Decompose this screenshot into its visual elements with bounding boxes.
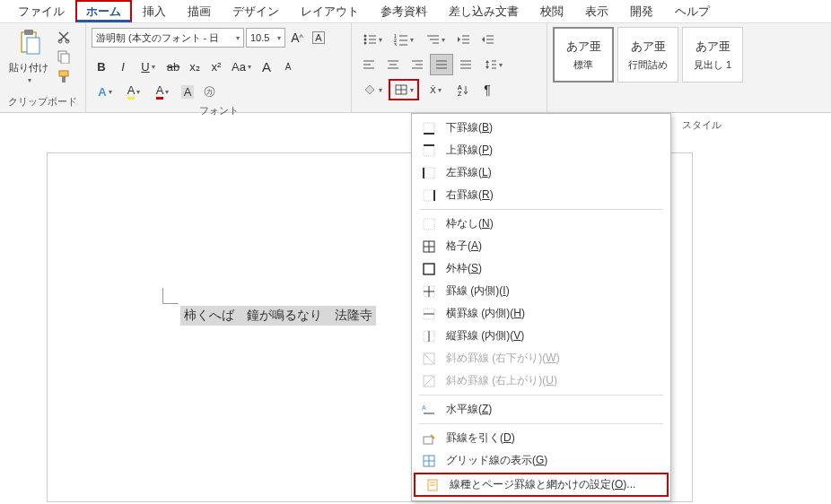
increase-indent-button[interactable] <box>476 29 499 50</box>
ruby-button[interactable]: A <box>309 27 328 48</box>
font-name-select[interactable]: 游明朝 (本文のフォント - 日▾ <box>92 28 244 48</box>
italic-button[interactable]: I <box>113 56 133 77</box>
subscript-button[interactable]: x₂ <box>185 56 205 77</box>
bullets-button[interactable]: ▾ <box>357 29 388 50</box>
svg-point-13 <box>364 42 367 45</box>
svg-text:A: A <box>458 84 462 91</box>
enclose-char-button[interactable]: ㋕ <box>199 81 219 102</box>
border-grid-icon <box>421 239 437 255</box>
border-gridlines-item[interactable]: グリッド線の表示(G) <box>412 449 670 472</box>
svg-rect-1 <box>24 30 33 35</box>
highlight-button[interactable]: A▾ <box>120 81 147 102</box>
style-normal[interactable]: あア亜 標準 <box>553 27 614 83</box>
asian-layout-button[interactable]: X̂▾ <box>420 79 450 100</box>
align-left-button[interactable] <box>357 54 381 75</box>
borders-dropdown: 下罫線(B) 上罫線(P) 左罫線(L) 右罫線(R) 枠なし(N) 格子(A)… <box>411 113 671 501</box>
style-heading1[interactable]: あア亜 見出し 1 <box>682 27 743 83</box>
increase-font-button[interactable]: A^ <box>287 27 307 48</box>
border-bottom-item[interactable]: 下罫線(B) <box>412 117 670 139</box>
border-inside-item[interactable]: 罫線 (内側)(I) <box>412 280 670 302</box>
document-text-selected[interactable]: 柿くへば 鐘が鳴るなり 法隆寺 <box>180 306 376 326</box>
group-paragraph: ▾ 123▾ ▾ ▾ ▾ ▾ X̂▾ AZ ¶ <box>352 23 547 112</box>
draw-border-icon <box>421 430 437 447</box>
tab-draw[interactable]: 描画 <box>177 0 222 22</box>
tab-insert[interactable]: 挿入 <box>132 0 177 22</box>
border-diag-down-item: 斜め罫線 (右下がり)(W) <box>412 347 670 369</box>
style-sample: あア亜 <box>566 39 601 55</box>
align-center-button[interactable] <box>381 54 405 75</box>
tab-references[interactable]: 参考資料 <box>370 0 438 22</box>
distribute-button[interactable] <box>454 54 477 75</box>
tab-design[interactable]: デザイン <box>222 0 290 22</box>
border-hline-item[interactable]: A水平線(Z) <box>412 398 670 421</box>
style-nospace[interactable]: あア亜 行間詰め <box>617 27 678 83</box>
align-right-button[interactable] <box>406 54 429 75</box>
border-inside-v-item[interactable]: 縦罫線 (内側)(V) <box>412 325 670 347</box>
cut-button[interactable] <box>56 29 72 45</box>
font-size-select[interactable]: 10.5▾ <box>246 28 285 48</box>
tab-home[interactable]: ホーム <box>75 0 132 22</box>
border-diag-up-item: 斜め罫線 (右上がり)(U) <box>412 369 670 392</box>
tab-help[interactable]: ヘルプ <box>664 0 721 22</box>
tab-developer[interactable]: 開発 <box>619 0 664 22</box>
svg-line-77 <box>424 376 434 387</box>
text-effects-button[interactable]: A▾ <box>92 81 118 102</box>
border-inside-h-item[interactable]: 横罫線 (内側)(H) <box>412 302 670 325</box>
border-none-item[interactable]: 枠なし(N) <box>412 213 670 235</box>
border-top-icon <box>421 143 437 159</box>
change-case-button[interactable]: Aa▾ <box>228 56 255 77</box>
shrink-font-button[interactable]: A <box>278 56 298 77</box>
svg-rect-7 <box>59 71 68 76</box>
superscript-button[interactable]: x² <box>206 56 226 77</box>
strike-button[interactable]: ab <box>163 56 183 77</box>
svg-rect-56 <box>424 145 434 156</box>
border-settings-item[interactable]: 線種とページ罫線と網かけの設定(O)... <box>414 473 669 497</box>
font-group-label: フォント <box>92 102 346 119</box>
char-shading-button[interactable]: A <box>178 81 197 102</box>
tab-view[interactable]: 表示 <box>574 0 619 22</box>
font-color-button[interactable]: A▾ <box>149 81 176 102</box>
border-top-item[interactable]: 上罫線(P) <box>412 139 670 161</box>
svg-rect-60 <box>424 190 434 201</box>
svg-rect-62 <box>424 219 434 230</box>
format-painter-button[interactable] <box>56 68 72 84</box>
tab-layout[interactable]: レイアウト <box>290 0 370 22</box>
tab-review[interactable]: 校閲 <box>529 0 574 22</box>
chevron-down-icon: ▾ <box>28 76 31 84</box>
border-outside-item[interactable]: 外枠(S) <box>412 257 670 280</box>
decrease-indent-button[interactable] <box>451 29 475 50</box>
hline-icon: A <box>421 402 437 418</box>
style-sample: あア亜 <box>695 39 730 55</box>
borders-button[interactable]: ▾ <box>389 79 419 100</box>
border-grid-item[interactable]: 格子(A) <box>412 235 670 257</box>
copy-button[interactable] <box>56 48 72 65</box>
show-marks-button[interactable]: ¶ <box>476 79 499 100</box>
svg-point-11 <box>364 39 367 41</box>
multilevel-button[interactable]: ▾ <box>420 29 450 50</box>
shading-button[interactable]: ▾ <box>357 79 388 100</box>
clipboard-group-label: クリップボード <box>5 93 80 110</box>
justify-button[interactable] <box>430 54 453 75</box>
border-right-item[interactable]: 右罫線(R) <box>412 184 670 206</box>
separator <box>419 209 663 210</box>
line-spacing-button[interactable]: ▾ <box>478 54 509 75</box>
numbering-button[interactable]: 123▾ <box>389 29 419 50</box>
border-left-icon <box>421 165 437 181</box>
border-inside-icon <box>421 283 437 300</box>
svg-rect-2 <box>27 38 39 54</box>
tab-file[interactable]: ファイル <box>7 0 75 22</box>
ribbon: 貼り付け ▾ クリップボード 游明朝 (本文のフォント - 日▾ 10.5▾ A… <box>0 23 831 113</box>
paste-button[interactable]: 貼り付け ▾ <box>5 27 52 84</box>
sort-button[interactable]: AZ <box>451 79 475 100</box>
border-diag-down-icon <box>421 351 437 367</box>
underline-button[interactable]: U▾ <box>135 56 162 77</box>
tab-mailings[interactable]: 差し込み文書 <box>438 0 529 22</box>
grow-font-button[interactable]: A <box>257 56 276 77</box>
border-draw-item[interactable]: 罫線を引く(D) <box>412 427 670 449</box>
bold-button[interactable]: B <box>92 56 111 77</box>
separator <box>419 395 663 395</box>
svg-rect-54 <box>424 123 434 134</box>
border-left-item[interactable]: 左罫線(L) <box>412 161 670 184</box>
ribbon-tabs: ファイル ホーム 挿入 描画 デザイン レイアウト 参考資料 差し込み文書 校閲… <box>0 0 831 23</box>
border-outside-icon <box>421 261 437 277</box>
